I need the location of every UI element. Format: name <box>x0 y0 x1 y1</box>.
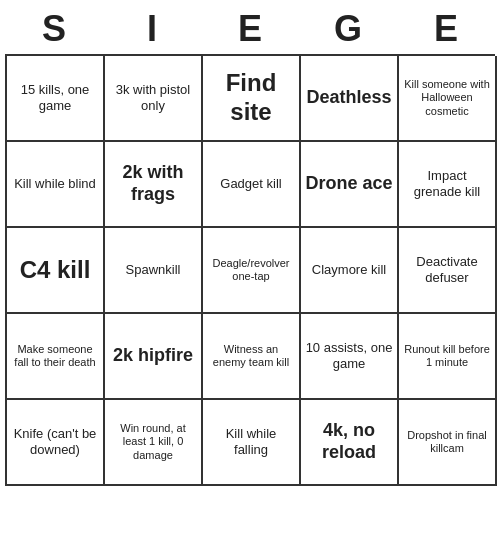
bingo-cell-1[interactable]: 3k with pistol only <box>105 56 203 142</box>
header-g: G <box>302 8 394 50</box>
bingo-cell-16[interactable]: 2k hipfire <box>105 314 203 400</box>
bingo-cell-18[interactable]: 10 assists, one game <box>301 314 399 400</box>
header-e: E <box>204 8 296 50</box>
bingo-cell-12[interactable]: Deagle/revolver one-tap <box>203 228 301 314</box>
bingo-cell-0[interactable]: 15 kills, one game <box>7 56 105 142</box>
bingo-cell-21[interactable]: Win round, at least 1 kill, 0 damage <box>105 400 203 486</box>
bingo-cell-23[interactable]: 4k, no reload <box>301 400 399 486</box>
bingo-cell-17[interactable]: Witness an enemy team kill <box>203 314 301 400</box>
header-i: I <box>106 8 198 50</box>
bingo-cell-20[interactable]: Knife (can't be downed) <box>7 400 105 486</box>
bingo-cell-19[interactable]: Runout kill before 1 minute <box>399 314 497 400</box>
bingo-cell-10[interactable]: C4 kill <box>7 228 105 314</box>
bingo-cell-24[interactable]: Dropshot in final killcam <box>399 400 497 486</box>
bingo-grid: 15 kills, one game3k with pistol onlyFin… <box>5 54 495 486</box>
bingo-cell-15[interactable]: Make someone fall to their death <box>7 314 105 400</box>
bingo-cell-3[interactable]: Deathless <box>301 56 399 142</box>
bingo-cell-6[interactable]: 2k with frags <box>105 142 203 228</box>
bingo-cell-11[interactable]: Spawnkill <box>105 228 203 314</box>
bingo-cell-22[interactable]: Kill while falling <box>203 400 301 486</box>
bingo-cell-13[interactable]: Claymore kill <box>301 228 399 314</box>
header-s: S <box>8 8 100 50</box>
bingo-cell-7[interactable]: Gadget kill <box>203 142 301 228</box>
header-e2: E <box>400 8 492 50</box>
bingo-cell-2[interactable]: Find site <box>203 56 301 142</box>
bingo-card: S I E G E 15 kills, one game3k with pist… <box>5 4 495 486</box>
bingo-cell-5[interactable]: Kill while blind <box>7 142 105 228</box>
bingo-cell-14[interactable]: Deactivate defuser <box>399 228 497 314</box>
bingo-cell-9[interactable]: Impact grenade kill <box>399 142 497 228</box>
bingo-cell-8[interactable]: Drone ace <box>301 142 399 228</box>
bingo-cell-4[interactable]: Kill someone with Halloween cosmetic <box>399 56 497 142</box>
bingo-header: S I E G E <box>5 4 495 54</box>
